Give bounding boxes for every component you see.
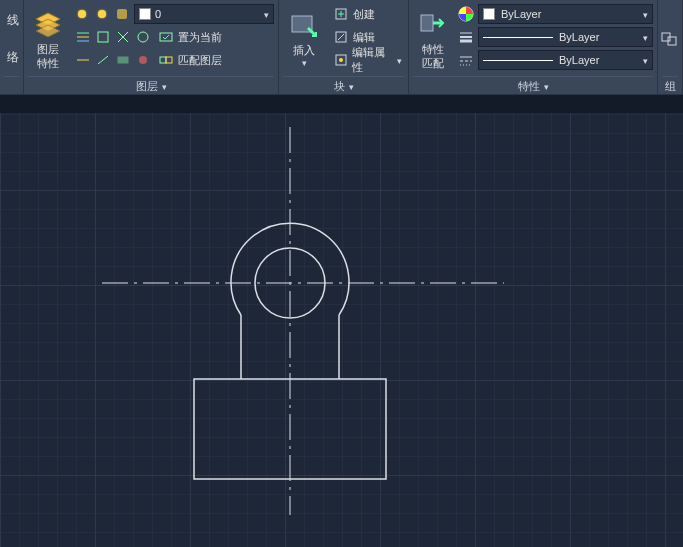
- svg-rect-21: [0, 95, 683, 113]
- panel-layers-title[interactable]: 图层: [28, 76, 274, 94]
- layer-tool-6[interactable]: [94, 51, 112, 69]
- sun-icon: [74, 6, 90, 22]
- insert-block-button[interactable]: 插入 ▾: [283, 2, 325, 76]
- svg-rect-20: [0, 113, 683, 547]
- linetype-value: ByLayer: [559, 54, 637, 66]
- panel-layers: 图层 特性 0: [24, 0, 279, 94]
- match-layer-button[interactable]: 匹配图层: [156, 50, 224, 70]
- layer-name: 0: [155, 8, 260, 20]
- color-value: ByLayer: [501, 8, 637, 20]
- chevron-down-icon: [349, 80, 354, 92]
- color-swatch: [483, 8, 495, 20]
- lock-icon: [114, 6, 130, 22]
- label-net: 络: [4, 49, 22, 66]
- chevron-down-icon: [643, 7, 648, 21]
- linetype-dropdown[interactable]: ByLayer: [478, 50, 653, 70]
- group-icon[interactable]: [660, 29, 680, 49]
- panel-lines: 线 络: [0, 0, 24, 94]
- edit-attr-button[interactable]: 编辑属性: [331, 50, 404, 70]
- color-wheel-icon[interactable]: [458, 6, 474, 22]
- make-current-label: 置为当前: [178, 30, 222, 45]
- drawing-canvas: [0, 95, 683, 547]
- edit-block-button[interactable]: 编辑: [331, 27, 404, 47]
- panel-properties: 特性 匹配 ByLayer: [409, 0, 658, 94]
- svg-point-4: [138, 32, 148, 42]
- match-props-label2: 匹配: [422, 57, 444, 69]
- chevron-down-icon: [643, 53, 648, 67]
- insert-icon: [288, 10, 320, 42]
- chevron-down-icon: [544, 80, 549, 92]
- layer-properties-label1: 图层: [37, 43, 59, 55]
- match-props-icon: [417, 9, 449, 41]
- layer-tool-grid: [74, 28, 152, 46]
- lineweight-sample: [483, 37, 553, 38]
- layers-icon: [32, 9, 64, 41]
- lineweight-icon[interactable]: [458, 29, 474, 45]
- svg-rect-8: [160, 57, 166, 63]
- layer-tool-7[interactable]: [114, 51, 132, 69]
- insert-label: 插入: [293, 44, 315, 56]
- match-props-button[interactable]: 特性 匹配: [413, 2, 452, 76]
- chevron-down-icon: [397, 54, 402, 66]
- panel-block: 插入 ▾ 创建 编辑 编辑属性 块: [279, 0, 409, 94]
- layer-tool-1[interactable]: [74, 28, 92, 46]
- chevron-down-icon: [162, 80, 167, 92]
- layer-tool-8[interactable]: [134, 51, 152, 69]
- match-layer-label: 匹配图层: [178, 53, 222, 68]
- layer-tool-grid2: [74, 51, 152, 69]
- panel-group: 组: [658, 0, 683, 94]
- panel-lines-title: [4, 76, 19, 94]
- create-block-button[interactable]: 创建: [331, 4, 404, 24]
- match-props-label1: 特性: [422, 43, 444, 55]
- drawing-viewport[interactable]: [0, 95, 683, 547]
- svg-point-7: [139, 56, 147, 64]
- layer-properties-label2: 特性: [37, 57, 59, 69]
- svg-rect-9: [166, 57, 172, 63]
- color-dropdown[interactable]: ByLayer: [478, 4, 653, 24]
- edit-attr-icon: [333, 52, 348, 68]
- svg-rect-5: [160, 33, 172, 41]
- edit-attr-label: 编辑属性: [352, 45, 393, 75]
- chevron-down-icon: [643, 30, 648, 44]
- freeze-icon: [94, 6, 110, 22]
- label-line: 线: [4, 12, 22, 29]
- layer-tool-2[interactable]: [94, 28, 112, 46]
- chevron-down-icon: [264, 7, 269, 21]
- layer-tool-5[interactable]: [74, 51, 92, 69]
- svg-rect-6: [118, 57, 128, 63]
- svg-rect-15: [421, 15, 433, 31]
- make-current-icon: [158, 29, 174, 45]
- create-block-icon: [333, 6, 349, 22]
- panel-group-title: 组: [662, 76, 678, 94]
- layer-tool-4[interactable]: [134, 28, 152, 46]
- chevron-down-icon: ▾: [302, 58, 307, 68]
- panel-properties-title[interactable]: 特性: [413, 76, 653, 94]
- lineweight-dropdown[interactable]: ByLayer: [478, 27, 653, 47]
- ribbon: 线 络 图层 特性: [0, 0, 683, 95]
- create-block-label: 创建: [353, 7, 375, 22]
- layer-tool-3[interactable]: [114, 28, 132, 46]
- svg-rect-3: [98, 32, 108, 42]
- layer-dropdown[interactable]: 0: [134, 4, 274, 24]
- layer-color-swatch: [139, 8, 151, 20]
- edit-block-icon: [333, 29, 349, 45]
- edit-block-label: 编辑: [353, 30, 375, 45]
- linetype-icon[interactable]: [458, 52, 474, 68]
- panel-block-title[interactable]: 块: [283, 76, 404, 94]
- linetype-sample: [483, 60, 553, 61]
- make-current-button[interactable]: 置为当前: [156, 27, 224, 47]
- match-layer-icon: [158, 52, 174, 68]
- layer-properties-button[interactable]: 图层 特性: [28, 2, 68, 76]
- lineweight-value: ByLayer: [559, 31, 637, 43]
- svg-point-14: [339, 58, 343, 62]
